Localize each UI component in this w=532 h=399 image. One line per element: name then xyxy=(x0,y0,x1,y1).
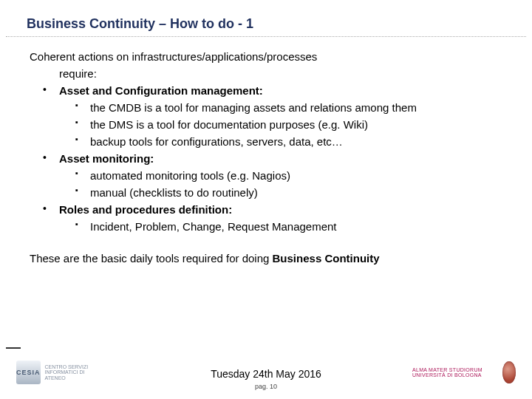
sub-item: manual (checklists to do routinely) xyxy=(75,185,502,200)
sub-list: the CMDB is a tool for managing assets a… xyxy=(59,100,502,149)
list-item: Roles and procedures definition: Inciden… xyxy=(43,202,502,234)
closing-bold: Business Continuity xyxy=(273,252,380,265)
item-label: Asset and Configuration management: xyxy=(59,84,263,97)
bullet-list: Asset and Configuration management: the … xyxy=(30,83,502,234)
item-label: Asset monitoring: xyxy=(59,152,154,165)
sub-item: Incident, Problem, Change, Request Manag… xyxy=(75,219,502,234)
sub-list: automated monitoring tools (e.g. Nagios)… xyxy=(59,168,502,200)
slide-title: Business Continuity – How to do - 1 xyxy=(6,0,526,37)
sub-item: the CMDB is a tool for managing assets a… xyxy=(75,100,502,115)
sub-item: automated monitoring tools (e.g. Nagios) xyxy=(75,168,502,183)
logo-right: ALMA MATER STUDIORUM UNIVERSITÀ DI BOLOG… xyxy=(412,359,516,386)
logo-right-text: ALMA MATER STUDIORUM UNIVERSITÀ DI BOLOG… xyxy=(412,367,498,378)
sub-list: Incident, Problem, Change, Request Manag… xyxy=(59,219,502,234)
list-item: Asset monitoring: automated monitoring t… xyxy=(43,151,502,200)
dash-mark xyxy=(6,347,21,349)
intro-line2: require: xyxy=(30,66,502,81)
intro-line1: Coherent actions on infrastructures/appl… xyxy=(30,49,502,64)
item-label: Roles and procedures definition: xyxy=(59,203,232,216)
list-item: Asset and Configuration management: the … xyxy=(43,83,502,149)
sub-item: the DMS is a tool for documentation purp… xyxy=(75,117,502,132)
sub-item: backup tools for configurations, servers… xyxy=(75,134,502,149)
slide-body: Coherent actions on infrastructures/appl… xyxy=(0,37,532,266)
closing-text: These are the basic daily tools required… xyxy=(30,250,502,266)
seal-icon xyxy=(502,361,516,383)
closing-pre: These are the basic daily tools required… xyxy=(30,252,273,265)
